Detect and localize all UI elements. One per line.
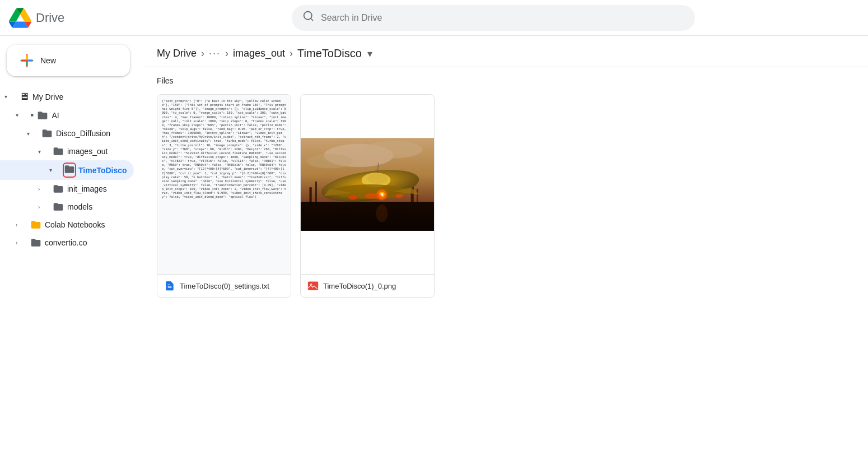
breadcrumb-active: TimeToDisco bbox=[297, 47, 362, 60]
svg-rect-7 bbox=[27, 60, 32, 62]
file-info-settings: TimeToDisco(0)_settings.txt bbox=[157, 274, 291, 297]
folder-icon-svg bbox=[37, 110, 48, 121]
logo-text: Drive bbox=[36, 11, 64, 25]
chevron-down-icon: ▾ bbox=[4, 94, 16, 100]
svg-point-22 bbox=[367, 173, 388, 184]
breadcrumb-bar: My Drive › ··· › images_out › TimeToDisc… bbox=[143, 36, 868, 67]
svg-rect-5 bbox=[26, 61, 28, 66]
new-button-label: New bbox=[40, 56, 56, 65]
file-name-settings: TimeToDisco(0)_settings.txt bbox=[180, 282, 269, 290]
logo-area[interactable]: Drive bbox=[9, 7, 121, 29]
chevron-right-icon: › bbox=[16, 222, 27, 228]
sidebar-item-my-drive[interactable]: ▾ 🖥 My Drive bbox=[0, 87, 134, 106]
breadcrumb-dropdown-button[interactable]: ▾ bbox=[367, 48, 372, 60]
svg-rect-35 bbox=[301, 202, 434, 231]
folder-icon-svg bbox=[53, 146, 64, 157]
text-file-icon bbox=[164, 280, 175, 291]
breadcrumb-sep-1: › bbox=[201, 48, 204, 59]
svg-point-32 bbox=[377, 163, 379, 164]
search-bar[interactable] bbox=[292, 5, 695, 31]
file-card-image[interactable]: TimeToDisco(1)_0.png bbox=[300, 94, 435, 298]
text-preview-content: {"text_prompts": {"0": ["A boat in the s… bbox=[162, 99, 286, 200]
folder-icon: ▪ bbox=[30, 109, 34, 121]
chevron-down-icon: ▾ bbox=[16, 112, 27, 118]
svg-point-34 bbox=[396, 194, 403, 198]
sidebar-item-timetodisco[interactable]: ▾ TimeToDisco bbox=[0, 160, 134, 180]
sidebar-item-label: models bbox=[67, 202, 92, 211]
sidebar-item-init-images[interactable]: › init_images bbox=[0, 180, 134, 198]
computer-icon: 🖥 bbox=[19, 91, 29, 103]
new-button[interactable]: New bbox=[7, 45, 130, 76]
file-info-image: TimeToDisco(1)_0.png bbox=[301, 274, 434, 297]
svg-point-14 bbox=[306, 154, 353, 169]
sidebar-item-colab[interactable]: › Colab Notebooks bbox=[0, 216, 134, 234]
chevron-down-icon: ▾ bbox=[27, 131, 38, 137]
sidebar-item-label: TimeToDisco bbox=[78, 166, 127, 175]
breadcrumb-dots[interactable]: ··· bbox=[209, 48, 221, 59]
sidebar-item-disco-diffusion[interactable]: ▾ Disco_Diffusion bbox=[0, 124, 134, 142]
sidebar-item-convertio[interactable]: › convertio.co bbox=[0, 234, 134, 252]
chevron-down-icon: ▾ bbox=[38, 149, 49, 155]
folder-icon-svg bbox=[30, 219, 41, 230]
sidebar: New ▾ 🖥 My Drive ▾ ▪ AI ▾ Disco_Diffusio… bbox=[0, 36, 143, 473]
main-content: My Drive › ··· › images_out › TimeToDisc… bbox=[143, 36, 868, 473]
sidebar-item-label: images_out bbox=[67, 147, 108, 156]
folder-icon-svg bbox=[53, 183, 64, 194]
folder-icon-svg bbox=[64, 164, 75, 175]
svg-point-13 bbox=[365, 141, 422, 158]
chevron-right-icon: › bbox=[16, 240, 27, 246]
breadcrumb-sep-2: › bbox=[225, 48, 228, 59]
svg-point-27 bbox=[365, 193, 382, 199]
sidebar-item-label: Colab Notebooks bbox=[45, 220, 105, 229]
svg-rect-4 bbox=[26, 55, 28, 61]
chevron-down-icon: ▾ bbox=[49, 167, 60, 173]
sidebar-item-label: Disco_Diffusion bbox=[56, 129, 110, 138]
file-card-settings[interactable]: {"text_prompts": {"0": ["A boat in the s… bbox=[157, 94, 291, 298]
sidebar-item-models[interactable]: › models bbox=[0, 198, 134, 216]
sidebar-item-images-out[interactable]: ▾ images_out bbox=[0, 142, 134, 160]
search-icon bbox=[303, 11, 314, 25]
search-input[interactable] bbox=[321, 13, 684, 23]
nav-tree: ▾ 🖥 My Drive ▾ ▪ AI ▾ Disco_Diffusion ▾ bbox=[0, 85, 143, 254]
image-file-icon bbox=[307, 280, 319, 291]
breadcrumb-sep-3: › bbox=[290, 48, 293, 59]
file-preview-image bbox=[301, 95, 434, 274]
sidebar-item-label: AI bbox=[52, 111, 59, 120]
header: Drive bbox=[0, 0, 868, 36]
folder-selected-outline bbox=[64, 164, 75, 177]
google-drive-logo bbox=[9, 7, 31, 29]
svg-point-33 bbox=[348, 195, 357, 200]
file-preview-text: {"text_prompts": {"0": ["A boat in the s… bbox=[157, 95, 291, 274]
sidebar-item-label: My Drive bbox=[32, 92, 63, 101]
breadcrumb-images-out[interactable]: images_out bbox=[233, 48, 285, 59]
sidebar-item-ai[interactable]: ▾ ▪ AI bbox=[0, 106, 134, 124]
files-label: Files bbox=[157, 76, 855, 85]
file-name-image: TimeToDisco(1)_0.png bbox=[323, 282, 396, 290]
files-section: Files {"text_prompts": {"0": ["A boat in… bbox=[143, 67, 868, 307]
sidebar-item-label: convertio.co bbox=[45, 238, 87, 247]
chevron-right-icon: › bbox=[38, 186, 49, 192]
file-grid: {"text_prompts": {"0": ["A boat in the s… bbox=[157, 94, 855, 298]
sidebar-item-label: init_images bbox=[67, 184, 107, 193]
folder-icon-svg bbox=[30, 237, 41, 248]
svg-rect-36 bbox=[308, 282, 318, 290]
breadcrumb-my-drive[interactable]: My Drive bbox=[157, 48, 197, 59]
layout: New ▾ 🖥 My Drive ▾ ▪ AI ▾ Disco_Diffusio… bbox=[0, 36, 868, 473]
svg-rect-17 bbox=[315, 182, 317, 205]
plus-icon bbox=[20, 54, 34, 67]
folder-icon-svg bbox=[41, 128, 53, 139]
folder-icon-svg bbox=[53, 201, 64, 212]
svg-rect-6 bbox=[21, 60, 27, 62]
chevron-right-icon: › bbox=[38, 204, 49, 210]
spaceship-artwork bbox=[301, 95, 434, 274]
